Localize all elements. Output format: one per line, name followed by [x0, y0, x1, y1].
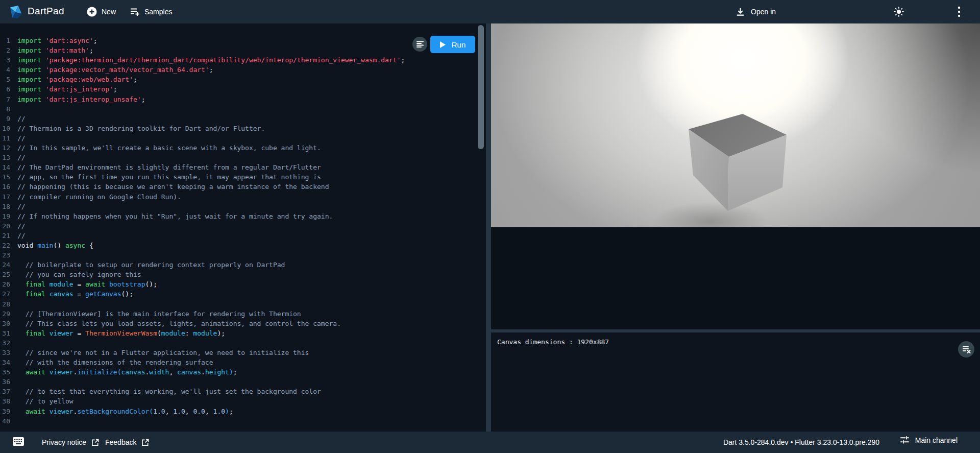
- new-icon: [87, 7, 97, 17]
- run-button-label: Run: [452, 40, 466, 49]
- code-line[interactable]: 40: [0, 416, 479, 426]
- line-number: 11: [0, 133, 17, 143]
- code-line[interactable]: 36: [0, 377, 479, 387]
- new-button[interactable]: New: [87, 0, 116, 23]
- code-line[interactable]: 2import 'dart:math';: [0, 45, 479, 55]
- code-text: //: [17, 222, 26, 230]
- line-number: 8: [0, 104, 17, 114]
- code-line[interactable]: 9//: [0, 114, 479, 124]
- code-text: import 'package:thermion_dart/thermion_d…: [17, 56, 405, 64]
- code-line[interactable]: 22void main() async {: [0, 241, 479, 250]
- external-link-icon: [91, 439, 99, 446]
- code-line[interactable]: 30 // This class lets you load assets, l…: [0, 319, 479, 328]
- code-text: //: [17, 134, 26, 142]
- editor-scrollbar[interactable]: [478, 25, 484, 149]
- app-title: DartPad: [28, 6, 64, 17]
- code-text: import 'package:web/web.dart';: [17, 76, 137, 83]
- code-text: // with the dimensions of the rendering …: [17, 359, 213, 366]
- channel-selector[interactable]: Main channel: [900, 436, 958, 444]
- line-number: 18: [0, 202, 17, 211]
- clear-console-button[interactable]: [958, 341, 974, 357]
- code-line[interactable]: 32: [0, 338, 479, 348]
- code-text: // In this sample, we'll create a basic …: [17, 144, 321, 152]
- code-line[interactable]: 11//: [0, 133, 479, 143]
- line-number: 20: [0, 221, 17, 231]
- code-line[interactable]: 39 await viewer.setBackgroundColor(1.0, …: [0, 407, 479, 416]
- code-line[interactable]: 4import 'package:vector_math/vector_math…: [0, 65, 479, 75]
- code-line[interactable]: 29 // [ThermionViewer] is the main inter…: [0, 309, 479, 319]
- code-line[interactable]: 35 await viewer.initialize(canvas.width,…: [0, 367, 479, 377]
- code-line[interactable]: 15// app, so the first time you run this…: [0, 172, 479, 182]
- code-text: // to yellow: [17, 397, 74, 405]
- overflow-menu-button[interactable]: [958, 0, 961, 23]
- code-line[interactable]: 21//: [0, 231, 479, 241]
- privacy-notice-link[interactable]: Privacy notice: [42, 438, 99, 446]
- code-line[interactable]: 16// happening (this is because we aren'…: [0, 182, 479, 192]
- line-number: 13: [0, 153, 17, 162]
- line-number: 12: [0, 143, 17, 153]
- line-number: 31: [0, 328, 17, 338]
- render-canvas[interactable]: [491, 23, 980, 227]
- vertical-splitter[interactable]: [486, 23, 491, 432]
- code-line[interactable]: 33 // since we're not in a Flutter appli…: [0, 348, 479, 357]
- code-text: void main() async {: [17, 242, 93, 249]
- code-line[interactable]: 10// Thermion is a 3D rendering toolkit …: [0, 124, 479, 133]
- run-button[interactable]: Run: [430, 36, 475, 53]
- open-in-button[interactable]: Open in: [736, 0, 776, 23]
- code-line[interactable]: 28: [0, 299, 479, 309]
- code-line[interactable]: 6import 'dart:js_interop';: [0, 84, 479, 94]
- header: DartPad New Samples Open in: [0, 0, 980, 23]
- code-line[interactable]: 37 // to test that everything is working…: [0, 387, 479, 396]
- code-line[interactable]: 5import 'package:web/web.dart';: [0, 75, 479, 84]
- line-number: 32: [0, 338, 17, 348]
- line-number: 39: [0, 407, 17, 416]
- code-editor[interactable]: 1import 'dart:async';2import 'dart:math'…: [0, 23, 486, 432]
- line-number: 14: [0, 162, 17, 172]
- line-number: 2: [0, 45, 17, 55]
- samples-icon: [130, 7, 140, 16]
- code-text: // app, so the first time you run this s…: [17, 173, 321, 181]
- line-number: 34: [0, 357, 17, 367]
- privacy-notice-label: Privacy notice: [42, 438, 86, 446]
- code-line[interactable]: 38 // to yellow: [0, 396, 479, 406]
- line-number: 7: [0, 94, 17, 104]
- code-line[interactable]: 12// In this sample, we'll create a basi…: [0, 143, 479, 153]
- code-line[interactable]: 26 final module = await bootstrap();: [0, 279, 479, 289]
- code-line[interactable]: 8: [0, 104, 479, 114]
- code-line[interactable]: 14// The DartPad environment is slightly…: [0, 162, 479, 172]
- line-number: 3: [0, 55, 17, 65]
- open-in-label: Open in: [751, 8, 776, 16]
- line-number: 33: [0, 348, 17, 357]
- code-line[interactable]: 24 // boilerplate to setup our rendering…: [0, 260, 479, 270]
- keyboard-shortcuts-button[interactable]: [12, 437, 24, 448]
- code-line[interactable]: 3import 'package:thermion_dart/thermion_…: [0, 55, 479, 65]
- code-line[interactable]: 20//: [0, 221, 479, 231]
- theme-toggle-button[interactable]: [893, 0, 904, 23]
- line-number: 38: [0, 396, 17, 406]
- code-line[interactable]: 18//: [0, 202, 479, 211]
- code-line[interactable]: 34 // with the dimensions of the renderi…: [0, 357, 479, 367]
- console-panel[interactable]: Canvas dimensions : 980x453: [491, 332, 980, 432]
- code-line[interactable]: 27 final canvas = getCanvas();: [0, 289, 479, 299]
- code-line[interactable]: 7import 'dart:js_interop_unsafe';: [0, 94, 479, 104]
- new-button-label: New: [102, 8, 116, 16]
- format-icon: [416, 41, 424, 48]
- code-line[interactable]: 13//: [0, 153, 479, 162]
- code-line[interactable]: 25 // you can safely ignore this: [0, 270, 479, 279]
- code-line[interactable]: 31 final viewer = ThermionViewerWasm(mod…: [0, 328, 479, 338]
- code-text: import 'dart:js_interop_unsafe';: [17, 96, 145, 103]
- code-line[interactable]: 17// compiler running on Google Cloud Ru…: [0, 192, 479, 202]
- line-number: 22: [0, 241, 17, 250]
- code-text: // you can safely ignore this: [17, 271, 141, 278]
- code-text: // The DartPad environment is slightly d…: [17, 163, 321, 171]
- line-number: 25: [0, 270, 17, 279]
- code-text: import 'dart:async';: [17, 37, 97, 44]
- external-link-icon: [141, 439, 149, 446]
- code-line[interactable]: 23: [0, 250, 479, 260]
- code-line[interactable]: 19// If nothing happens when you hit "Ru…: [0, 211, 479, 221]
- feedback-link[interactable]: Feedback: [105, 438, 149, 446]
- samples-button[interactable]: Samples: [130, 0, 172, 23]
- code-text: final module = await bootstrap();: [17, 280, 157, 288]
- format-button[interactable]: [412, 37, 427, 52]
- code-line[interactable]: 1import 'dart:async';: [0, 36, 479, 45]
